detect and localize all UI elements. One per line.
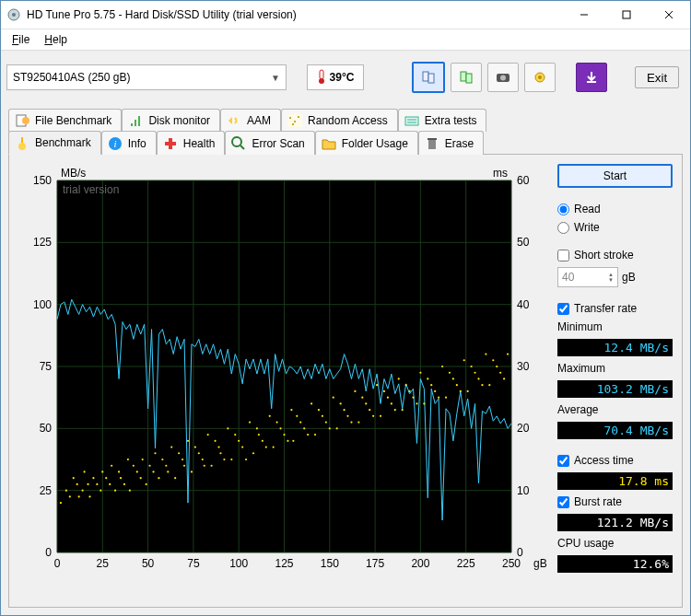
svg-text:200: 200 <box>411 557 429 570</box>
access-time-checkbox[interactable]: Access time <box>557 454 673 467</box>
thermometer-icon <box>317 68 326 87</box>
svg-point-140 <box>329 427 331 429</box>
tab-random-access[interactable]: Random Access <box>281 109 398 132</box>
svg-rect-21 <box>138 116 140 126</box>
svg-rect-6 <box>320 70 323 79</box>
svg-point-180 <box>474 372 475 374</box>
aam-icon <box>227 113 241 128</box>
svg-text:50: 50 <box>40 422 53 435</box>
menu-help[interactable]: Help <box>37 31 75 48</box>
tab-erase[interactable]: Erase <box>418 131 484 155</box>
svg-point-126 <box>279 427 281 429</box>
random-icon <box>287 113 302 128</box>
tab-aam[interactable]: AAM <box>220 109 281 132</box>
svg-point-67 <box>87 483 88 485</box>
tab-benchmark[interactable]: Benchmark <box>8 131 101 155</box>
tab-file-benchmark[interactable]: File Benchmark <box>8 109 122 132</box>
min-label: Minimum <box>557 320 673 333</box>
svg-point-109 <box>219 452 221 454</box>
options-button[interactable] <box>524 63 556 92</box>
svg-text:125: 125 <box>33 236 52 249</box>
maximize-button[interactable] <box>605 1 648 29</box>
svg-point-177 <box>463 359 465 361</box>
svg-point-175 <box>456 384 458 386</box>
svg-point-189 <box>507 353 509 354</box>
svg-text:25: 25 <box>40 484 53 497</box>
svg-point-184 <box>488 384 490 386</box>
svg-text:20: 20 <box>517 422 530 435</box>
svg-point-162 <box>408 390 410 392</box>
svg-point-171 <box>441 366 443 367</box>
svg-point-182 <box>481 384 483 386</box>
svg-point-179 <box>471 366 473 367</box>
svg-point-158 <box>394 409 396 411</box>
svg-point-90 <box>158 477 159 479</box>
tab-health[interactable]: Health <box>157 131 226 155</box>
toolbar: ST9250410AS (250 gB) ▼ 39°C Exit <box>1 51 690 104</box>
write-radio[interactable]: Write <box>557 221 673 234</box>
svg-point-149 <box>361 397 363 399</box>
svg-text:75: 75 <box>187 557 200 570</box>
short-stroke-checkbox[interactable]: Short stroke <box>557 249 673 262</box>
tab-label: Benchmark <box>35 136 91 149</box>
svg-point-166 <box>423 402 425 404</box>
disk-monitor-icon <box>128 113 143 128</box>
svg-rect-38 <box>428 140 436 149</box>
burst-rate-checkbox[interactable]: Burst rate <box>557 495 673 508</box>
svg-text:trial version: trial version <box>63 183 119 196</box>
svg-point-36 <box>232 137 241 146</box>
svg-text:MB/s: MB/s <box>61 167 86 180</box>
short-stroke-input[interactable]: 40 ▲▼ <box>557 267 618 287</box>
start-button[interactable]: Start <box>557 164 673 188</box>
svg-point-178 <box>467 390 469 392</box>
save-screenshot-button[interactable] <box>487 63 519 92</box>
svg-point-161 <box>405 384 407 386</box>
svg-point-142 <box>336 427 338 429</box>
copy-screenshot-button[interactable] <box>412 62 445 93</box>
tab-info[interactable]: iInfo <box>101 131 157 155</box>
svg-point-64 <box>78 495 80 497</box>
window-title: HD Tune Pro 5.75 - Hard Disk/SSD Utility… <box>27 8 563 21</box>
transfer-rate-checkbox[interactable]: Transfer rate <box>557 302 673 315</box>
svg-point-150 <box>365 402 367 404</box>
svg-point-113 <box>234 434 236 436</box>
svg-point-1 <box>12 13 16 17</box>
tab-error-scan[interactable]: Error Scan <box>225 131 314 155</box>
minimize-button[interactable] <box>563 1 605 29</box>
exit-button[interactable]: Exit <box>635 66 679 88</box>
close-button[interactable] <box>648 1 690 29</box>
svg-point-79 <box>123 483 125 485</box>
svg-point-123 <box>269 415 271 417</box>
svg-point-159 <box>398 378 400 379</box>
svg-text:0: 0 <box>54 557 61 570</box>
menu-file[interactable]: File <box>5 31 37 48</box>
tab-extra-tests[interactable]: Extra tests <box>398 109 487 132</box>
svg-rect-10 <box>461 72 466 81</box>
svg-point-170 <box>438 397 439 399</box>
svg-point-176 <box>460 390 462 392</box>
svg-point-116 <box>245 459 247 460</box>
max-value: 103.2 MB/s <box>557 380 673 398</box>
svg-point-187 <box>499 372 501 374</box>
svg-rect-9 <box>428 74 434 83</box>
svg-point-146 <box>350 422 352 424</box>
svg-point-61 <box>69 495 71 497</box>
tab-folder-usage[interactable]: Folder Usage <box>315 131 418 155</box>
svg-text:30: 30 <box>517 360 530 373</box>
tab-label: Random Access <box>308 114 388 127</box>
svg-point-105 <box>207 434 209 436</box>
svg-point-112 <box>230 459 232 460</box>
read-radio[interactable]: Read <box>557 203 673 215</box>
benchmark-panel: trial version025507510012515001020304050… <box>8 154 683 608</box>
svg-text:100: 100 <box>33 298 52 311</box>
svg-point-81 <box>129 490 131 492</box>
tab-disk-monitor[interactable]: Disk monitor <box>122 109 220 132</box>
save-button[interactable] <box>576 63 607 92</box>
copy-info-button[interactable] <box>451 63 482 92</box>
svg-point-26 <box>292 123 294 125</box>
svg-point-153 <box>376 384 378 386</box>
svg-point-18 <box>22 117 29 124</box>
svg-point-164 <box>416 402 417 404</box>
drive-select[interactable]: ST9250410AS (250 gB) ▼ <box>6 64 287 90</box>
health-icon <box>163 136 178 151</box>
